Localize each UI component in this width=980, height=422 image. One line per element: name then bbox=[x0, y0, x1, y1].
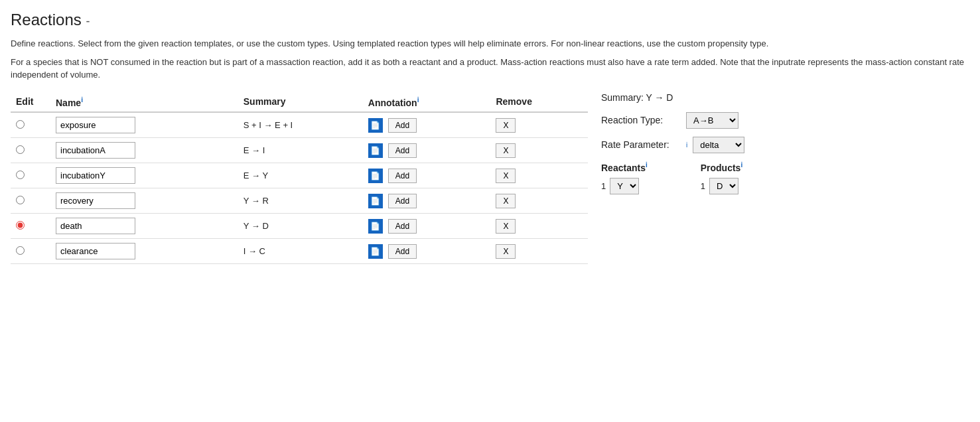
remove-btn-exposure[interactable]: X bbox=[496, 118, 516, 133]
doc-icon-incubationY[interactable]: 📄 bbox=[368, 169, 383, 183]
reactant-count-0: 1 bbox=[601, 181, 606, 191]
page-title: Reactions - bbox=[11, 11, 969, 29]
col-name: Namei bbox=[50, 92, 238, 113]
reaction-radio-death[interactable] bbox=[16, 221, 25, 230]
reaction-radio-clearance[interactable] bbox=[16, 246, 25, 255]
col-edit: Edit bbox=[11, 92, 50, 113]
annotation-add-btn-exposure[interactable]: Add bbox=[388, 118, 417, 133]
reaction-summary-exposure: S + I → E + I bbox=[238, 112, 363, 138]
reaction-detail-panel: Summary: Y → D Reaction Type: A→BCustom … bbox=[588, 92, 969, 265]
annotation-add-btn-incubationA[interactable]: Add bbox=[388, 143, 417, 158]
annotation-info-icon[interactable]: i bbox=[417, 96, 419, 104]
remove-btn-recovery[interactable]: X bbox=[496, 194, 516, 208]
col-remove: Remove bbox=[490, 92, 588, 113]
product-species-select-0[interactable]: DYEISRC bbox=[709, 178, 738, 194]
reaction-summary-death: Y → D bbox=[238, 214, 363, 239]
product-row-0: 1DYEISRC bbox=[701, 178, 742, 194]
annotation-add-btn-recovery[interactable]: Add bbox=[388, 194, 417, 208]
annotation-add-btn-clearance[interactable]: Add bbox=[388, 244, 417, 259]
description-2: For a species that is NOT consumed in th… bbox=[11, 56, 969, 82]
reaction-name-input-death[interactable] bbox=[56, 218, 135, 234]
doc-icon-clearance[interactable]: 📄 bbox=[368, 244, 383, 259]
reaction-summary-incubationA: E → I bbox=[238, 138, 363, 163]
table-row: E → I📄AddX bbox=[11, 138, 588, 163]
product-count-0: 1 bbox=[701, 181, 705, 191]
products-section: Productsi 1DYEISRC bbox=[701, 161, 742, 195]
annotation-add-btn-death[interactable]: Add bbox=[388, 219, 417, 234]
doc-icon-exposure[interactable]: 📄 bbox=[368, 118, 383, 133]
table-row: I → C📄AddX bbox=[11, 239, 588, 264]
products-label: Productsi bbox=[701, 161, 742, 173]
rate-param-row: Rate Parameter: i deltagammabetamu bbox=[601, 137, 969, 153]
reaction-name-input-incubationY[interactable] bbox=[56, 167, 135, 184]
rate-param-select[interactable]: deltagammabetamu bbox=[693, 137, 744, 153]
doc-icon-recovery[interactable]: 📄 bbox=[368, 194, 383, 208]
reactant-species-select-0[interactable]: YEISRDC bbox=[610, 178, 639, 194]
reaction-radio-exposure[interactable] bbox=[16, 120, 25, 129]
col-annotation: Annotationi bbox=[363, 92, 491, 113]
reaction-summary-recovery: Y → R bbox=[238, 188, 363, 214]
annotation-cell-incubationA: 📄Add bbox=[363, 138, 491, 163]
reactants-products-section: Reactantsi 1YEISRDC Productsi 1DYEISRC bbox=[601, 161, 969, 195]
remove-btn-incubationA[interactable]: X bbox=[496, 143, 516, 158]
table-row: S + I → E + I📄AddX bbox=[11, 112, 588, 138]
reactions-table-panel: Edit Namei Summary Annotationi Remove S … bbox=[11, 92, 588, 265]
description-1: Define reactions. Select from the given … bbox=[11, 37, 969, 50]
detail-summary: Summary: Y → D bbox=[601, 92, 969, 103]
products-info-icon[interactable]: i bbox=[740, 161, 742, 169]
reactions-table: Edit Namei Summary Annotationi Remove S … bbox=[11, 92, 588, 265]
annotation-cell-exposure: 📄Add bbox=[363, 112, 491, 138]
reaction-name-input-recovery[interactable] bbox=[56, 192, 135, 209]
reaction-name-input-incubationA[interactable] bbox=[56, 142, 135, 159]
reaction-radio-incubationA[interactable] bbox=[16, 145, 25, 154]
rate-param-label: Rate Parameter: bbox=[601, 139, 681, 150]
reaction-radio-incubationY[interactable] bbox=[16, 171, 25, 179]
remove-btn-clearance[interactable]: X bbox=[496, 244, 516, 259]
annotation-cell-death: 📄Add bbox=[363, 214, 491, 239]
reaction-type-select[interactable]: A→BCustom bbox=[686, 112, 738, 129]
doc-icon-death[interactable]: 📄 bbox=[368, 219, 383, 234]
table-row: Y → D📄AddX bbox=[11, 214, 588, 239]
reaction-type-label: Reaction Type: bbox=[601, 115, 681, 125]
reaction-summary-incubationY: E → Y bbox=[238, 163, 363, 188]
reactants-info-icon[interactable]: i bbox=[646, 161, 648, 169]
reaction-type-row: Reaction Type: A→BCustom bbox=[601, 112, 969, 129]
reaction-name-input-exposure[interactable] bbox=[56, 117, 135, 133]
annotation-cell-incubationY: 📄Add bbox=[363, 163, 491, 188]
col-summary: Summary bbox=[238, 92, 363, 113]
remove-btn-incubationY[interactable]: X bbox=[496, 169, 516, 183]
table-row: Y → R📄AddX bbox=[11, 188, 588, 214]
annotation-add-btn-incubationY[interactable]: Add bbox=[388, 169, 417, 183]
remove-btn-death[interactable]: X bbox=[496, 219, 516, 234]
doc-icon-incubationA[interactable]: 📄 bbox=[368, 143, 383, 158]
reaction-radio-recovery[interactable] bbox=[16, 196, 25, 204]
rate-param-info-icon[interactable]: i bbox=[686, 141, 687, 149]
reactant-row-0: 1YEISRDC bbox=[601, 178, 648, 194]
annotation-cell-clearance: 📄Add bbox=[363, 239, 491, 264]
name-info-icon[interactable]: i bbox=[81, 96, 83, 104]
reaction-name-input-clearance[interactable] bbox=[56, 243, 135, 259]
reaction-summary-clearance: I → C bbox=[238, 239, 363, 264]
table-row: E → Y📄AddX bbox=[11, 163, 588, 188]
reactants-label: Reactantsi bbox=[601, 161, 648, 173]
reactants-section: Reactantsi 1YEISRDC bbox=[601, 161, 648, 195]
annotation-cell-recovery: 📄Add bbox=[363, 188, 491, 214]
